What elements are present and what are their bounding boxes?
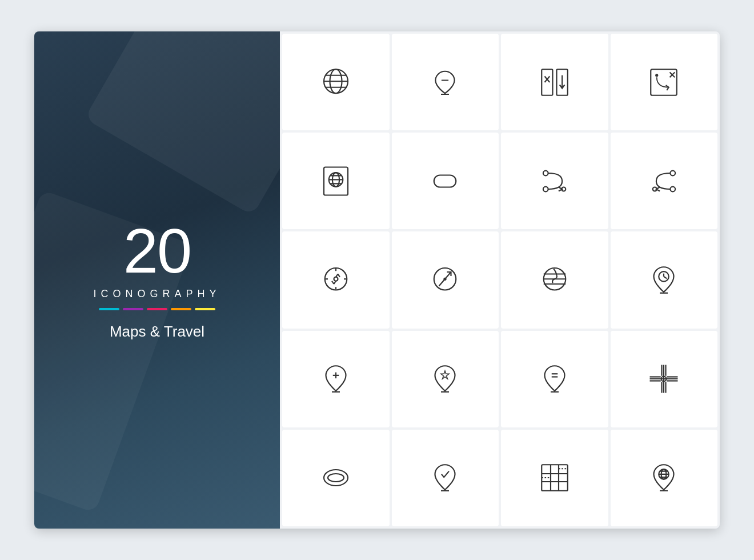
icon-passport [282, 133, 390, 229]
color-bar-5 [195, 308, 215, 310]
svg-point-30 [334, 277, 338, 281]
svg-point-29 [325, 268, 347, 290]
icon-oval-path [282, 430, 390, 526]
icon-location-info [501, 331, 608, 427]
svg-point-71 [328, 474, 344, 482]
color-bar-1 [99, 308, 119, 310]
color-bar-3 [147, 308, 167, 310]
svg-point-28 [653, 187, 657, 191]
svg-point-27 [671, 186, 676, 191]
svg-rect-22 [434, 175, 456, 187]
icon-earth [501, 231, 608, 328]
icon-map-grid [501, 430, 608, 526]
svg-rect-12 [651, 69, 677, 95]
svg-point-23 [543, 170, 548, 175]
icon-globe [282, 34, 390, 130]
iconography-label: ICONOGRAPHY [93, 288, 220, 300]
svg-line-42 [439, 279, 446, 286]
icon-location-minus [392, 34, 499, 130]
svg-point-26 [671, 170, 676, 175]
svg-rect-16 [324, 167, 348, 195]
svg-marker-54 [441, 371, 449, 379]
color-bars [93, 308, 220, 310]
icon-compass-open [282, 231, 390, 328]
icon-map-route [611, 34, 718, 130]
color-bar-2 [123, 308, 143, 310]
svg-line-38 [332, 281, 334, 284]
left-panel: 20 ICONOGRAPHY Maps & Travel [34, 31, 280, 529]
category-title: Maps & Travel [93, 323, 220, 341]
svg-point-25 [562, 187, 566, 191]
icon-grid [280, 31, 720, 529]
icon-intersection [611, 331, 718, 427]
svg-point-13 [655, 74, 658, 77]
icon-sort-filter [501, 34, 608, 130]
icon-oval-track [392, 133, 499, 229]
icon-location-check [392, 430, 499, 526]
left-content: 20 ICONOGRAPHY Maps & Travel [93, 219, 220, 341]
icon-location-time [611, 231, 718, 328]
svg-line-49 [664, 277, 667, 279]
svg-point-24 [543, 186, 548, 191]
color-bar-4 [171, 308, 191, 310]
icon-location-globe [611, 430, 718, 526]
svg-line-36 [338, 274, 340, 277]
icon-route-back [611, 133, 718, 229]
icon-count: 20 [93, 219, 220, 282]
icon-location-star [392, 331, 499, 427]
icon-compass-arrow [392, 231, 499, 328]
icon-location-add [282, 331, 390, 427]
icon-route-forward [501, 133, 608, 229]
main-container: 20 ICONOGRAPHY Maps & Travel [34, 31, 720, 529]
svg-line-41 [445, 272, 451, 279]
svg-rect-7 [542, 69, 552, 95]
